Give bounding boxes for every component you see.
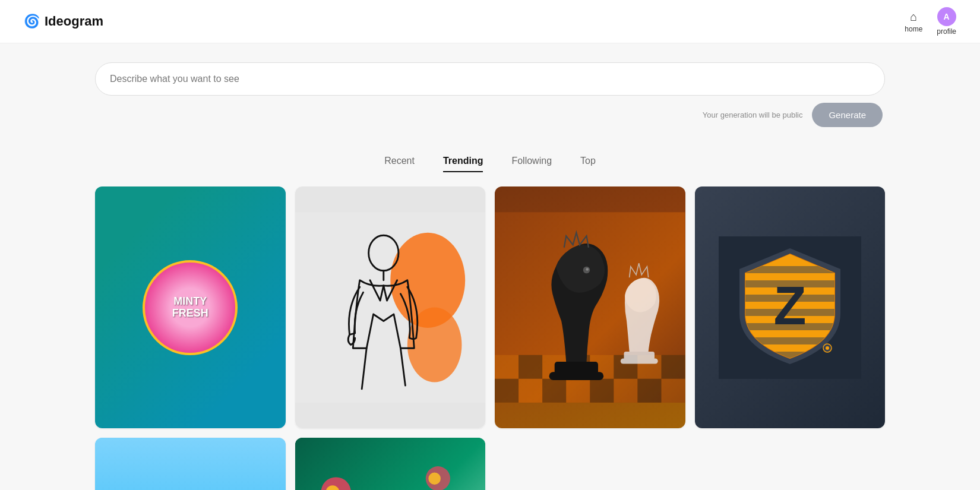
tab-following[interactable]: Following bbox=[511, 156, 552, 172]
logo-text: Ideogram bbox=[45, 14, 103, 29]
card-image-mancow[interactable]: MORE PLEASE MORE COWS bbox=[95, 438, 286, 490]
card-bird bbox=[295, 438, 486, 490]
tab-top[interactable]: Top bbox=[580, 156, 596, 172]
card-image-chess[interactable] bbox=[495, 186, 685, 428]
search-area: Your generation will be public Generate bbox=[0, 43, 980, 137]
tabs-area: Recent Trending Following Top bbox=[0, 156, 980, 172]
svg-point-2 bbox=[407, 308, 461, 382]
svg-point-20 bbox=[586, 268, 589, 271]
card-chess: Black Knight and white queen chess piece… bbox=[495, 186, 685, 428]
sketch-svg bbox=[295, 186, 486, 428]
svg-rect-9 bbox=[519, 355, 542, 379]
svg-text:Z: Z bbox=[773, 276, 806, 336]
nav-right: ⌂ home A profile bbox=[905, 7, 956, 36]
svg-rect-12 bbox=[661, 355, 685, 379]
home-label: home bbox=[905, 25, 922, 33]
card-mancow: MORE PLEASE MORE COWS bbox=[95, 438, 286, 490]
card-minty: MINTYFRESH An open mouth with the teeth … bbox=[95, 186, 286, 428]
card-image-sketch[interactable] bbox=[295, 186, 486, 428]
profile-label: profile bbox=[937, 27, 956, 36]
svg-rect-57 bbox=[295, 438, 486, 490]
svg-rect-35 bbox=[95, 438, 286, 490]
avatar[interactable]: A bbox=[937, 7, 956, 26]
tab-trending[interactable]: Trending bbox=[443, 156, 483, 172]
nav-profile[interactable]: A profile bbox=[937, 7, 956, 36]
generate-row: Your generation will be public Generate bbox=[95, 103, 885, 127]
svg-rect-18 bbox=[555, 362, 598, 374]
public-note: Your generation will be public bbox=[703, 110, 803, 119]
chess-svg bbox=[495, 186, 685, 428]
card-zcash: Z Shield logo with zebra pattern, write … bbox=[695, 186, 886, 428]
svg-point-61 bbox=[428, 472, 441, 485]
svg-rect-22 bbox=[624, 352, 655, 360]
svg-rect-15 bbox=[590, 379, 614, 403]
svg-rect-14 bbox=[542, 379, 566, 403]
card-image-bird[interactable] bbox=[295, 438, 486, 490]
svg-rect-13 bbox=[495, 379, 519, 403]
generate-button[interactable]: Generate bbox=[812, 103, 883, 127]
bird-svg bbox=[295, 438, 486, 490]
zcash-svg: Z bbox=[719, 236, 861, 379]
logo[interactable]: 🌀 Ideogram bbox=[24, 14, 103, 29]
svg-rect-16 bbox=[637, 379, 661, 403]
tab-recent[interactable]: Recent bbox=[384, 156, 415, 172]
minty-text: MINTYFRESH bbox=[143, 260, 238, 355]
svg-point-34 bbox=[826, 346, 829, 350]
mancow-svg: MORE PLEASE MORE COWS bbox=[95, 438, 286, 490]
card-image-zcash[interactable]: Z bbox=[695, 186, 886, 428]
logo-icon: 🌀 bbox=[24, 14, 40, 29]
nav-home[interactable]: ⌂ home bbox=[905, 10, 922, 33]
card-image-minty[interactable]: MINTYFRESH bbox=[95, 186, 286, 428]
search-input[interactable] bbox=[95, 62, 885, 96]
header: 🌀 Ideogram ⌂ home A profile bbox=[0, 0, 980, 43]
gallery: MINTYFRESH An open mouth with the teeth … bbox=[0, 186, 980, 490]
home-icon: ⌂ bbox=[910, 10, 917, 24]
card-sketch: Minimalist illustration, one continuous … bbox=[295, 186, 486, 428]
